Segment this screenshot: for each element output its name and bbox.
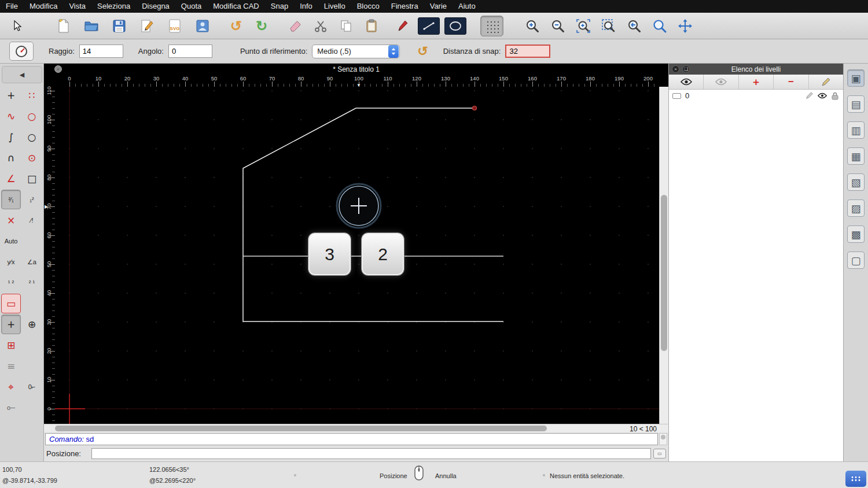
edit-drawing-button[interactable] xyxy=(133,14,161,38)
menu-item[interactable]: Aiuto xyxy=(453,0,481,13)
relative-zero-0-button[interactable]: 0⌐ xyxy=(22,377,42,397)
open-file-button[interactable] xyxy=(78,14,105,38)
vertical-scrollbar[interactable] xyxy=(659,87,668,424)
reference-point-dropdown[interactable]: Medio (,5) xyxy=(312,45,400,58)
panel-library-browser-button[interactable]: ▨ xyxy=(847,199,865,217)
order-points-12-button[interactable]: ¹ ² xyxy=(1,273,21,293)
zoom-auto-button[interactable] xyxy=(571,14,596,38)
snap-middle-button[interactable]: ∩ xyxy=(1,148,21,168)
layer-visibility-icon[interactable] xyxy=(818,93,827,99)
snap-intersection-button[interactable]: × xyxy=(1,210,21,230)
drawing-tab-icon[interactable]: ⌕ xyxy=(54,65,62,73)
snap-auto-button[interactable]: Auto xyxy=(1,231,21,251)
undo-button[interactable]: ↺ xyxy=(223,14,249,38)
remove-layer-button[interactable]: − xyxy=(774,75,808,89)
menu-item[interactable]: Blocco xyxy=(351,0,385,13)
zoom-selection-button[interactable] xyxy=(596,14,621,38)
panel-layer-list-button[interactable]: ▤ xyxy=(847,95,865,113)
zoom-previous-button[interactable] xyxy=(621,14,647,38)
active-tool-button[interactable] xyxy=(9,42,34,61)
menu-item[interactable]: Info xyxy=(294,0,318,13)
command-scrollbar[interactable] xyxy=(659,433,667,445)
horizontal-scrollbar[interactable]: 10 < 100 xyxy=(44,424,668,432)
layer-row[interactable]: 0 xyxy=(669,90,843,102)
panel-selection-filter-button[interactable]: ▧ xyxy=(847,173,865,191)
coordinate-polar-button[interactable]: ∠a xyxy=(22,252,42,272)
cut-button[interactable] xyxy=(308,14,333,38)
menu-item[interactable]: Finestra xyxy=(385,0,424,13)
horizontal-scrollbar-track[interactable] xyxy=(55,425,634,432)
snap-endpoints-button[interactable]: ∿ xyxy=(1,106,21,126)
zoom-window-button[interactable] xyxy=(647,14,672,38)
panel-clipboard-button[interactable]: ▢ xyxy=(847,252,865,269)
delete-button[interactable] xyxy=(282,14,308,38)
draw-pen-button[interactable] xyxy=(390,14,415,38)
drawing-canvas[interactable]: 3 2 xyxy=(55,87,659,424)
zoom-out-button[interactable] xyxy=(545,14,571,38)
snap-grid-button[interactable]: ∷ xyxy=(22,86,42,105)
lock-relative-zero-button[interactable]: o─ xyxy=(1,398,21,417)
cursor-tool-button[interactable] xyxy=(5,14,30,38)
snap-center-button[interactable]: ⊙ xyxy=(22,148,42,168)
new-document-button[interactable] xyxy=(50,14,78,38)
horizontal-scrollbar-thumb[interactable] xyxy=(55,426,547,431)
pan-button[interactable] xyxy=(672,14,698,38)
angle-input[interactable] xyxy=(168,45,212,58)
virtual-keyboard-button[interactable] xyxy=(845,471,866,487)
menu-item[interactable]: Seleziona xyxy=(91,0,136,13)
order-points-21-button[interactable]: ² ¹ xyxy=(22,273,42,293)
layer-lock-icon[interactable] xyxy=(832,92,838,100)
reset-tool-button[interactable]: ↺ xyxy=(417,44,428,59)
set-relative-zero-button[interactable]: ⌖ xyxy=(1,377,21,397)
edit-layer-button[interactable] xyxy=(809,75,843,89)
menu-item[interactable]: Disegna xyxy=(136,0,175,13)
snap-corner-button[interactable]: □ xyxy=(22,169,42,188)
snap-intersection-manual-button[interactable]: ∕! xyxy=(22,210,42,230)
hide-all-layers-button[interactable] xyxy=(704,75,738,89)
print-preview-button[interactable] xyxy=(189,14,216,38)
menu-item[interactable]: Quota xyxy=(175,0,207,13)
snap-distance-input[interactable] xyxy=(505,45,550,58)
menu-item[interactable]: Varie xyxy=(424,0,453,13)
command-history[interactable]: Comando: sd xyxy=(45,433,658,445)
radius-input[interactable] xyxy=(79,45,123,58)
menu-item[interactable]: Modifica CAD xyxy=(207,0,264,13)
vertical-scrollbar-thumb[interactable] xyxy=(661,195,667,351)
position-input[interactable] xyxy=(91,448,651,459)
restrict-both-entities-button[interactable]: ₁² xyxy=(22,190,42,209)
panel-view-list-button[interactable]: ▦ xyxy=(847,147,865,165)
toolbox-collapse-button[interactable]: ◀ xyxy=(2,66,42,83)
snap-free-button[interactable]: + xyxy=(1,86,21,105)
zoom-in-button[interactable] xyxy=(520,14,545,38)
command-scrollbar-thumb[interactable] xyxy=(661,435,665,439)
coordinate-cartesian-button[interactable]: y⁄x xyxy=(1,252,21,272)
layer-edit-icon[interactable] xyxy=(806,92,813,99)
menu-item[interactable]: Snap xyxy=(265,0,294,13)
panel-command-line-button[interactable]: ▩ xyxy=(847,225,865,243)
construction-lines-button[interactable]: ≡ xyxy=(1,356,21,376)
menu-item[interactable]: File xyxy=(0,0,24,13)
panel-property-editor-button[interactable]: ▣ xyxy=(847,69,865,87)
redo-button[interactable]: ↻ xyxy=(249,14,274,38)
grid-toggle-button[interactable] xyxy=(480,16,503,36)
add-layer-button[interactable]: ＋ xyxy=(739,75,774,89)
restrict-second-entity-button[interactable]: ²⁄₁ xyxy=(1,190,21,209)
set-position-button[interactable]: + xyxy=(1,315,21,334)
copy-button[interactable] xyxy=(333,14,359,38)
panel-block-list-button[interactable]: ▥ xyxy=(847,121,865,139)
menu-item[interactable]: Vista xyxy=(63,0,91,13)
snap-on-entity-button[interactable]: ○ xyxy=(22,106,42,126)
snap-perpendicular-button[interactable]: ∫ xyxy=(1,127,21,147)
snap-tangential-button[interactable]: ∠ xyxy=(1,169,21,188)
set-crosshair-button[interactable]: ⊕ xyxy=(22,315,42,334)
menu-item[interactable]: Modifica xyxy=(24,0,63,13)
ellipse-tool-button[interactable] xyxy=(442,14,469,38)
show-all-layers-button[interactable] xyxy=(669,75,704,89)
line-tool-button[interactable] xyxy=(415,14,442,38)
svg-export-button[interactable]: SVG xyxy=(161,14,189,38)
set-target-button[interactable]: ⊞ xyxy=(1,335,21,355)
snap-reference-button[interactable]: ○ xyxy=(22,127,42,147)
paste-button[interactable] xyxy=(359,14,384,38)
command-window-button[interactable]: ▭ xyxy=(653,449,666,459)
save-button[interactable] xyxy=(105,14,133,38)
